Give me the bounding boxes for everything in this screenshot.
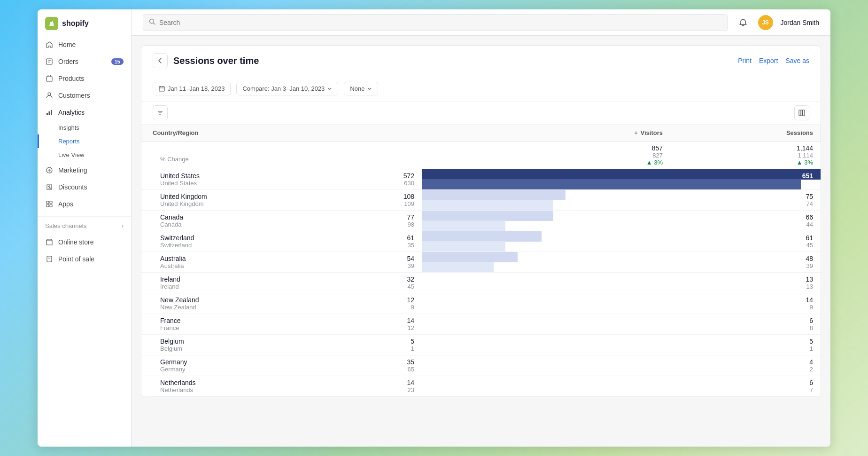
- col-sessions: Sessions: [670, 125, 821, 142]
- table-row: Switzerland Switzerland 61 35 61 45: [141, 231, 821, 252]
- columns-icon-button[interactable]: [794, 105, 809, 120]
- sidebar-item-discounts-label: Discounts: [58, 183, 87, 191]
- summary-visitors-change: ▲ 3%: [593, 159, 663, 166]
- sidebar-item-marketing-label: Marketing: [58, 166, 87, 174]
- shopify-logo-icon: [45, 17, 58, 30]
- svg-rect-6: [49, 111, 50, 115]
- table-row: Belgium Belgium 5 1 5 1: [141, 335, 821, 355]
- summary-visitors-main: 857: [593, 144, 663, 152]
- topbar: JS Jordan Smith: [132, 9, 830, 36]
- report-title-area: Sessions over time: [153, 53, 259, 68]
- search-input[interactable]: [159, 19, 722, 26]
- svg-rect-5: [46, 113, 48, 115]
- sidebar-item-discounts[interactable]: Discounts: [38, 179, 131, 196]
- back-button[interactable]: [153, 53, 168, 68]
- data-table: Country/Region Visitors: [141, 125, 821, 169]
- sidebar-logo: shopify: [38, 9, 131, 36]
- analytics-icon: [45, 108, 54, 117]
- none-filter[interactable]: None: [344, 82, 378, 95]
- app-name: shopify: [62, 19, 89, 28]
- filter-icon-button[interactable]: [153, 105, 168, 120]
- summary-sessions-change: ▲ 3%: [678, 159, 813, 166]
- search-bar[interactable]: [143, 14, 728, 31]
- discounts-icon: [45, 183, 54, 191]
- search-icon: [149, 18, 155, 27]
- customers-icon: [45, 91, 54, 100]
- sidebar-item-analytics[interactable]: Analytics: [38, 104, 131, 121]
- sidebar-item-orders[interactable]: Orders 15: [38, 53, 131, 70]
- page-title: Sessions over time: [173, 55, 259, 66]
- apps-icon: [45, 200, 54, 208]
- sidebar-item-point-of-sale[interactable]: Point of sale: [38, 251, 131, 267]
- export-button[interactable]: Export: [759, 57, 778, 64]
- date-range-label: Jan 11–Jan 18, 2023: [168, 85, 225, 92]
- sidebar: shopify Home Orders: [38, 9, 132, 447]
- table-row: Germany Germany 35 65 4 2: [141, 355, 821, 376]
- online-store-icon: [45, 238, 54, 246]
- sidebar-item-customers[interactable]: Customers: [38, 87, 131, 104]
- sidebar-item-analytics-label: Analytics: [58, 109, 85, 116]
- col-visitors[interactable]: Visitors: [586, 125, 670, 142]
- marketing-icon: [45, 166, 54, 174]
- table-row: Canada Canada 77 98 66 44: [141, 211, 821, 231]
- svg-rect-11: [46, 204, 49, 207]
- col-country: Country/Region: [141, 125, 586, 142]
- svg-rect-24: [799, 110, 801, 116]
- report-actions: Print Export Save as: [738, 57, 809, 64]
- sidebar-item-pos-label: Point of sale: [58, 255, 94, 263]
- pct-change-label: % Change: [160, 156, 578, 163]
- none-label: None: [350, 85, 364, 92]
- svg-point-4: [48, 93, 51, 95]
- filters-row: Jan 11–Jan 18, 2023 Compare: Jan 3–Jan 1…: [141, 76, 821, 102]
- svg-rect-9: [46, 201, 49, 204]
- user-avatar[interactable]: JS: [758, 15, 773, 30]
- table-row: Netherlands Netherlands 14 23 6 7: [141, 376, 821, 397]
- table-row: Ireland Ireland 32 45 13 13: [141, 273, 821, 293]
- sidebar-sales-channels[interactable]: Sales channels ›: [38, 216, 131, 234]
- sidebar-item-orders-label: Orders: [58, 58, 78, 65]
- summary-visitors-compare: 827: [593, 152, 663, 159]
- sidebar-item-apps[interactable]: Apps: [38, 196, 131, 212]
- sidebar-item-products-label: Products: [58, 75, 84, 82]
- orders-icon: [45, 57, 54, 66]
- table-row: New Zealand New Zealand 12 9 14 9: [141, 293, 821, 314]
- chevron-right-icon: ›: [122, 223, 124, 229]
- sidebar-item-reports-label: Reports: [58, 138, 80, 145]
- sidebar-item-online-store-label: Online store: [58, 238, 93, 246]
- save-as-button[interactable]: Save as: [785, 57, 809, 64]
- sidebar-item-insights-label: Insights: [58, 124, 79, 131]
- date-range-filter[interactable]: Jan 11–Jan 18, 2023: [153, 82, 231, 95]
- sidebar-item-insights[interactable]: Insights: [38, 121, 131, 134]
- report-header: Sessions over time Print Export Save as: [141, 46, 821, 76]
- svg-rect-12: [50, 204, 52, 207]
- table-row: United States United States 572 630 651 …: [141, 169, 821, 190]
- sidebar-item-reports[interactable]: Reports: [38, 134, 131, 148]
- svg-rect-7: [51, 110, 52, 115]
- sidebar-item-liveview[interactable]: Live View: [38, 148, 131, 162]
- svg-rect-3: [46, 77, 52, 81]
- summary-row: % Change 857 827 ▲ 3%: [141, 142, 821, 169]
- table-row: France France 14 12 6 8: [141, 314, 821, 335]
- sidebar-item-online-store[interactable]: Online store: [38, 234, 131, 251]
- summary-sessions-compare: 1,114: [678, 152, 813, 159]
- svg-rect-17: [159, 86, 164, 91]
- notification-icon[interactable]: [736, 15, 751, 30]
- sidebar-item-liveview-label: Live View: [58, 151, 84, 158]
- table-toolbar: [141, 102, 821, 125]
- sidebar-item-home-label: Home: [58, 41, 76, 48]
- content-area: Sessions over time Print Export Save as: [132, 36, 830, 447]
- svg-rect-10: [50, 201, 52, 204]
- sidebar-item-customers-label: Customers: [58, 92, 90, 99]
- sidebar-item-products[interactable]: Products: [38, 70, 131, 87]
- user-name: Jordan Smith: [781, 19, 819, 26]
- svg-line-16: [154, 23, 155, 24]
- point-of-sale-icon: [45, 255, 54, 263]
- summary-sessions-main: 1,144: [678, 144, 813, 152]
- sidebar-item-marketing[interactable]: Marketing: [38, 162, 131, 179]
- table-row: Australia Australia 54 39 48 39: [141, 252, 821, 273]
- compare-filter[interactable]: Compare: Jan 3–Jan 10, 2023: [236, 82, 338, 95]
- print-button[interactable]: Print: [738, 57, 752, 64]
- svg-rect-25: [801, 110, 803, 116]
- sidebar-item-home[interactable]: Home: [38, 36, 131, 53]
- products-icon: [45, 74, 54, 83]
